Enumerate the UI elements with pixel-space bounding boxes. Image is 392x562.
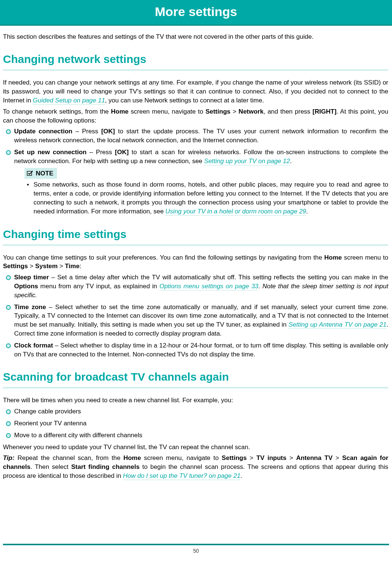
- scan-reasons-list: Change cable providers Reorient your TV …: [4, 407, 388, 439]
- footer-divider: [3, 544, 389, 545]
- scan-tip-paragraph: Tip: Repeat the channel scan, from the H…: [3, 454, 388, 480]
- intro-paragraph: This section describes the features and …: [3, 32, 388, 41]
- scan-paragraph-2: Whenever you need to update your TV chan…: [3, 443, 388, 452]
- network-options-list: Update connection – Press [OK] to start …: [4, 127, 388, 216]
- network-paragraph-1: If needed, you can change your network s…: [3, 78, 388, 105]
- link-tv-tuner-setup[interactable]: How do I set up the TV tuner? on page 21: [123, 472, 240, 480]
- section-heading-scanning: Scanning for broadcast TV channels again: [3, 369, 388, 385]
- section-heading-network: Changing network settings: [3, 51, 388, 68]
- page-number: 50: [0, 547, 392, 555]
- page-title-banner: More settings: [0, 0, 392, 26]
- section-divider: [3, 387, 388, 388]
- list-item: Set up new connection – Press [OK] to st…: [4, 148, 388, 216]
- scan-paragraph-1: There will be times when you need to cre…: [3, 396, 388, 405]
- page-title: More settings: [155, 4, 237, 19]
- list-item: Change cable providers: [4, 407, 388, 416]
- page-footer: 50: [0, 544, 392, 562]
- note-label: NOTE: [36, 169, 53, 178]
- list-item: Time zone – Select whether to set the ti…: [4, 303, 388, 338]
- list-item: Some networks, such as those found in do…: [25, 180, 388, 216]
- svg-rect-0: [27, 171, 32, 175]
- list-item: Reorient your TV antenna: [4, 419, 388, 428]
- page-content: This section describes the features and …: [0, 26, 392, 480]
- list-item: Sleep timer – Set a time delay after whi…: [4, 273, 388, 299]
- check-icon: [27, 171, 34, 176]
- link-hotel-dorm[interactable]: Using your TV in a hotel or dorm room on…: [165, 208, 306, 216]
- time-options-list: Sleep timer – Set a time delay after whi…: [4, 273, 388, 359]
- link-guided-setup[interactable]: Guided Setup on page 11: [33, 97, 105, 105]
- section-divider: [3, 69, 388, 71]
- time-paragraph-1: You can change time settings to suit you…: [3, 253, 388, 271]
- section-heading-time: Changing time settings: [3, 226, 388, 243]
- section-divider: [3, 244, 388, 246]
- list-item: Clock format – Select whether to display…: [4, 341, 388, 359]
- link-options-menu[interactable]: Options menu settings on page 33: [159, 283, 258, 290]
- list-item: Move to a different city with different …: [4, 431, 388, 440]
- tip-label: Tip:: [3, 454, 15, 461]
- link-antenna-tv-setup[interactable]: Setting up Antenna TV on page 21: [289, 321, 386, 329]
- network-paragraph-2: To change network settings, from the Hom…: [3, 107, 388, 125]
- list-item: Update connection – Press [OK] to start …: [4, 127, 388, 145]
- note-badge: NOTE: [25, 168, 57, 179]
- link-setting-up-tv[interactable]: Setting up your TV on page 12: [204, 158, 290, 165]
- note-block: NOTE Some networks, such as those found …: [25, 168, 388, 216]
- note-list: Some networks, such as those found in do…: [25, 180, 388, 216]
